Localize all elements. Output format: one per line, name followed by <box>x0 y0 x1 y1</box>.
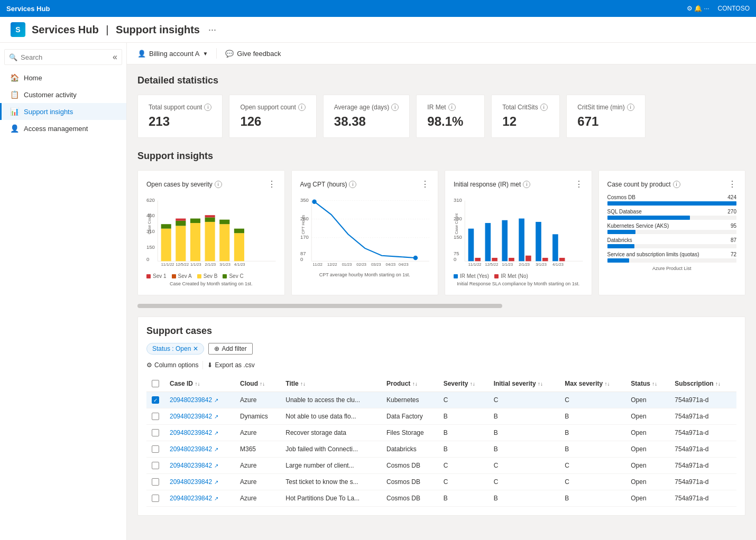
row-checkbox-0[interactable]: ✓ <box>152 396 159 404</box>
cpt-chart-more[interactable]: ⋮ <box>421 179 429 189</box>
row-product-3: Databricks <box>381 441 438 458</box>
severity-chart-more[interactable]: ⋮ <box>268 179 276 189</box>
case-id-link-1[interactable]: 209480239842 ↗ <box>170 413 229 420</box>
svg-text:150: 150 <box>454 234 462 240</box>
cpt-info-icon[interactable]: i <box>349 181 356 188</box>
row-checkbox-4[interactable] <box>152 462 159 469</box>
remove-filter-button[interactable]: ✕ <box>193 345 198 352</box>
row-initial-severity-5: C <box>488 474 560 490</box>
svg-text:Case Count: Case Count <box>147 213 152 234</box>
case-id-link-5[interactable]: 209480239842 ↗ <box>170 478 229 486</box>
table-row: 209480239842 ↗ Azure Large number of cli… <box>146 458 736 474</box>
product-label-0: Cosmos DB424 <box>607 194 737 200</box>
sidebar-item-home[interactable]: 🏠 Home <box>0 69 126 86</box>
app-more-button[interactable]: ··· <box>208 24 216 35</box>
case-id-link-6[interactable]: 209480239842 ↗ <box>170 495 229 502</box>
svg-rect-8 <box>161 224 171 229</box>
add-filter-button[interactable]: ⊕ Add filter <box>208 343 252 355</box>
row-status-0: Open <box>625 392 669 408</box>
col-initial-severity[interactable]: Initial severity ↑↓ <box>488 376 560 392</box>
status-filter-tag[interactable]: Status : Open ✕ <box>146 343 204 355</box>
table-header: Case ID ↑↓ Cloud ↑↓ Title ↑↓ Product ↑↓ … <box>146 376 736 392</box>
row-cloud-1: Dynamics <box>235 408 280 425</box>
col-title[interactable]: Title ↑↓ <box>280 376 381 392</box>
col-cloud[interactable]: Cloud ↑↓ <box>235 376 280 392</box>
row-severity-3: B <box>438 441 488 458</box>
search-box[interactable]: 🔍 « <box>4 49 122 65</box>
stat-label-5: CritSit time (min) i <box>577 104 634 111</box>
col-case-id[interactable]: Case ID ↑↓ <box>164 376 235 392</box>
row-checkbox-2[interactable] <box>152 429 159 436</box>
col-severity[interactable]: Severity ↑↓ <box>438 376 488 392</box>
topbar-app-name: Services Hub <box>6 5 50 13</box>
case-id-link-2[interactable]: 209480239842 ↗ <box>170 429 229 436</box>
stat-info-icon-4[interactable]: i <box>540 104 548 111</box>
horizontal-scrollbar[interactable] <box>137 304 745 308</box>
svg-text:11/1/22: 11/1/22 <box>161 262 174 267</box>
row-checkbox-1[interactable] <box>152 413 159 420</box>
col-subscription[interactable]: Subscription ↑↓ <box>669 376 736 392</box>
row-checkbox-3[interactable] <box>152 445 159 453</box>
column-options-button[interactable]: ⚙ Column options <box>146 361 198 369</box>
svg-rect-17 <box>219 224 229 261</box>
severity-info-icon[interactable]: i <box>215 181 222 188</box>
col-product[interactable]: Product ↑↓ <box>381 376 438 392</box>
case-id-link-0[interactable]: 209480239842 ↗ <box>170 396 229 404</box>
svg-text:11/22: 11/22 <box>312 262 322 267</box>
billing-dropdown[interactable]: 👤 Billing account A ▼ <box>137 50 208 58</box>
ir-info-icon[interactable]: i <box>523 181 530 188</box>
case-id-link-4[interactable]: 209480239842 ↗ <box>170 462 229 469</box>
scrollbar-thumb[interactable] <box>137 304 502 308</box>
svg-text:2/1/23: 2/1/23 <box>519 262 530 267</box>
row-cloud-0: Azure <box>235 392 280 408</box>
table-row: 209480239842 ↗ Azure Recover storage dat… <box>146 425 736 441</box>
severity-chart-note: Case Created by Month starting on 1st. <box>146 281 276 286</box>
add-filter-label: Add filter <box>222 345 246 352</box>
svg-text:12/22: 12/22 <box>327 262 337 267</box>
row-severity-4: C <box>438 458 488 474</box>
case-id-link-3[interactable]: 209480239842 ↗ <box>170 445 229 453</box>
product-info-icon[interactable]: i <box>673 181 680 188</box>
topbar-icons[interactable]: ⚙ 🔔 ··· <box>687 5 709 12</box>
external-link-icon: ↗ <box>214 496 218 501</box>
row-checkbox-6[interactable] <box>152 495 159 502</box>
sidebar-item-home-label: Home <box>24 74 42 82</box>
row-checkbox-5[interactable] <box>152 478 159 486</box>
cpt-chart-svg: 350 260 170 87 0 11/22 12/22 01/23 02/23… <box>300 194 430 268</box>
row-status-6: Open <box>625 490 669 507</box>
feedback-button[interactable]: 💬 Give feedback <box>225 50 281 58</box>
column-options-label: Column options <box>154 361 198 369</box>
export-button[interactable]: ⬇ Export as .csv <box>207 361 254 369</box>
product-bar-1: SQL Database270 <box>607 209 737 220</box>
stat-card-3: IR Met i 98.1% <box>416 95 485 138</box>
row-status-3: Open <box>625 441 669 458</box>
ir-chart-more[interactable]: ⋮ <box>575 179 583 189</box>
external-link-icon: ↗ <box>214 463 218 469</box>
cases-tbody: ✓ 209480239842 ↗ Azure Unable to access … <box>146 392 736 507</box>
feedback-icon: 💬 <box>225 50 234 58</box>
stat-info-icon-0[interactable]: i <box>204 104 211 111</box>
stat-value-4: 12 <box>502 114 549 129</box>
sidebar-item-support-insights[interactable]: 📊 Support insights <box>0 103 126 120</box>
svg-rect-19 <box>234 233 244 261</box>
col-max-severity[interactable]: Max severity ↑↓ <box>559 376 625 392</box>
stat-info-icon-1[interactable]: i <box>298 104 306 111</box>
svg-text:1/1/23: 1/1/23 <box>502 262 513 267</box>
product-chart-more[interactable]: ⋮ <box>728 179 736 189</box>
collapse-button[interactable]: « <box>113 52 117 62</box>
stat-info-icon-2[interactable]: i <box>391 104 399 111</box>
select-all-checkbox[interactable] <box>152 380 159 387</box>
sidebar-item-access-management[interactable]: 👤 Access management <box>0 120 126 137</box>
external-link-icon: ↗ <box>214 397 218 403</box>
ir-chart-legend: IR Met (Yes) IR Met (No) <box>454 273 583 279</box>
stat-value-0: 213 <box>149 114 211 129</box>
stat-label-2: Average age (days) i <box>334 104 399 111</box>
col-status[interactable]: Status ↑↓ <box>625 376 669 392</box>
export-icon: ⬇ <box>207 361 213 369</box>
stat-info-icon-5[interactable]: i <box>627 104 634 111</box>
row-subscription-3: 754a971a-d <box>669 441 736 458</box>
row-severity-0: C <box>438 392 488 408</box>
search-input[interactable] <box>21 53 109 61</box>
sidebar-item-customer-activity[interactable]: 📋 Customer activity <box>0 86 126 103</box>
stat-info-icon-3[interactable]: i <box>448 104 456 111</box>
